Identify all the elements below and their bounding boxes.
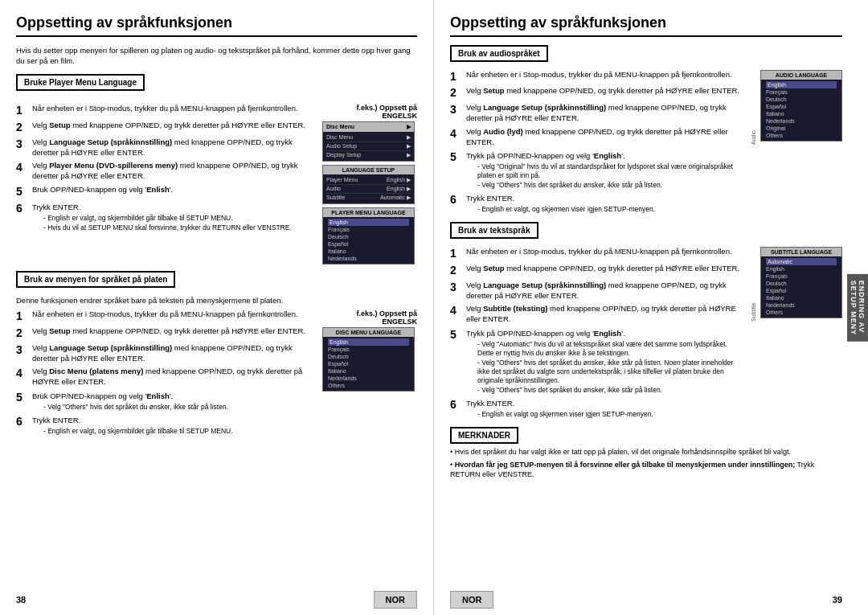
r2-step5: 5 Trykk på OPP/NED-knappen og velg 'Engl…: [450, 328, 743, 395]
subtitle-lang-screen: SUBTITLE LANGUAGE Automatic English Fran…: [760, 247, 842, 318]
merknader-label: MERKNADER: [450, 427, 518, 444]
s1-step4: 4 Velg Player Menu (DVD-spillerens meny)…: [16, 161, 317, 182]
s2-step3: 3 Velg Language Setup (språkinnstilling)…: [16, 343, 317, 364]
section2-steps-left: 1 Når enheten er i Stop-modus, trykker d…: [16, 310, 317, 439]
left-page-title: Oppsetting av språkfunksjonen: [16, 14, 417, 37]
section2-header: Bruk av menyen for språket på platen: [16, 271, 417, 293]
r1-step4: 4 Velg Audio (lyd) med knappene OPP/NED,…: [450, 127, 743, 148]
section2-label: Bruk av menyen for språket på platen: [16, 271, 175, 288]
s1-feks: f.eks.) Oppsett på ENGELSK: [322, 104, 417, 120]
r-section2-steps: 1 Når enheten er i Stop-modus, trykker d…: [450, 247, 743, 422]
left-page-number: 38: [16, 595, 26, 605]
left-page: Oppsetting av språkfunksjonen Hvis du se…: [0, 0, 434, 615]
right-nor-badge: NOR: [450, 591, 493, 609]
section1-label: Bruke Player Menu Language: [16, 74, 145, 91]
section1-steps-left: 1 Når enheten er i Stop-modus, trykker d…: [16, 104, 317, 268]
r-section1-header: Bruk av audiospråket: [450, 45, 842, 67]
r-section1-label: Bruk av audiospråket: [450, 45, 548, 62]
r-section1-steps: 1 Når enheten er i Stop-modus, trykker d…: [450, 70, 743, 218]
merknader-section: MERKNADER • Hvis det språket du har valg…: [450, 427, 842, 480]
r-section1-screen: Audio AUDIO LANGUAGE English Français De…: [747, 70, 842, 218]
r2-step6: 6 Trykk ENTER. - English er valgt og skj…: [450, 398, 743, 419]
r2-step3: 3 Velg Language Setup (språkinnstilling)…: [450, 281, 743, 301]
r-section2-label: Bruk av tekstspråk: [450, 222, 538, 239]
s2-step2: 2 Velg Setup med knappene OPP/NED, og tr…: [16, 326, 317, 340]
s1-step6: 6 Trykk ENTER. - English er valgt, og sk…: [16, 202, 317, 232]
audio-lang-screen: AUDIO LANGUAGE English Français Deutsch …: [760, 70, 842, 141]
s1-step3: 3 Velg Language Setup (språkinnstilling)…: [16, 137, 317, 158]
section1-screens: f.eks.) Oppsett på ENGELSK Disc Menu ▶ D…: [322, 104, 417, 268]
right-footer: NOR 39: [450, 591, 842, 609]
left-footer: 38 NOR: [16, 591, 417, 609]
section2-intro: Denne funksjonen endrer språket bare på …: [16, 296, 417, 305]
r1-step3: 3 Velg Language Setup (språkinnstilling)…: [450, 103, 743, 124]
s1-screen1: Disc Menu ▶ Disc Menu▶ Audio Setup▶ Disp…: [322, 121, 415, 162]
s1-screen3: PLAYER MENU LANGUAGE English Français De…: [322, 207, 415, 264]
right-page: Oppsetting av språkfunksjonen Bruk av au…: [434, 0, 868, 615]
s2-screen1: DISC MENU LANGUAGE English Français Deut…: [322, 327, 415, 392]
r1-step1: 1 Når enheten er i Stop-modus, trykker d…: [450, 70, 743, 84]
s2-step4: 4 Velg Disc Menu (platens meny) med knap…: [16, 367, 317, 387]
s1-step1: 1 Når enheten er i Stop-modus, trykker d…: [16, 104, 317, 117]
left-nor-badge: NOR: [374, 591, 417, 609]
left-intro: Hvis du setter opp menyen for spilleren …: [16, 45, 417, 67]
s1-screen2: LANGUAGE SETUP Player MenuEnglish ▶ Audi…: [322, 165, 415, 204]
s1-step2: 2 Velg Setup med knappene OPP/NED, og tr…: [16, 121, 317, 134]
right-page-title: Oppsetting av språkfunksjonen: [450, 14, 842, 37]
r2-step1: 1 Når enheten er i Stop-modus, trykker d…: [450, 247, 743, 260]
section2-screens: f.eks.) Oppsett på ENGELSK DISC MENU LAN…: [322, 310, 417, 439]
s2-step1: 1 Når enheten er i Stop-modus, trykker d…: [16, 310, 317, 323]
s2-feks: f.eks.) Oppsett på ENGELSK: [322, 310, 417, 326]
sidebar-vertical-label: ENDRING AV SETUP MENY: [847, 273, 868, 341]
s2-step6: 6 Trykk ENTER. - English er valgt, og sk…: [16, 415, 317, 436]
r1-step2: 2 Velg Setup med knappene OPP/NED, og tr…: [450, 86, 743, 100]
r2-step4: 4 Velg Subtitle (teksting) med knappene …: [450, 304, 743, 325]
audio-label: Audio: [747, 70, 759, 145]
r1-step5: 5 Trykk på OPP/NED-knappen og velg 'Engl…: [450, 150, 743, 190]
s1-step5: 5 Bruk OPP/NED-knappen og velg 'Enlish'.: [16, 185, 317, 199]
s2-step5: 5 Bruk OPP/NED-knappen og velg 'Enlish'.…: [16, 391, 317, 412]
r1-step6: 6 Trykk ENTER. - English er valgt, og sk…: [450, 193, 743, 214]
subtitle-label: Subtitle: [747, 247, 759, 322]
right-page-number: 39: [833, 595, 842, 605]
merknader-content: • Hvis det språket du har valgt ikke er …: [450, 447, 842, 480]
r-section2-screen: Subtitle SUBTITLE LANGUAGE Automatic Eng…: [747, 247, 842, 422]
section1-header: Bruke Player Menu Language: [16, 74, 417, 96]
r2-step2: 2 Velg Setup med knappene OPP/NED, og tr…: [450, 264, 743, 277]
r-section2-header: Bruk av tekstspråk: [450, 222, 842, 244]
